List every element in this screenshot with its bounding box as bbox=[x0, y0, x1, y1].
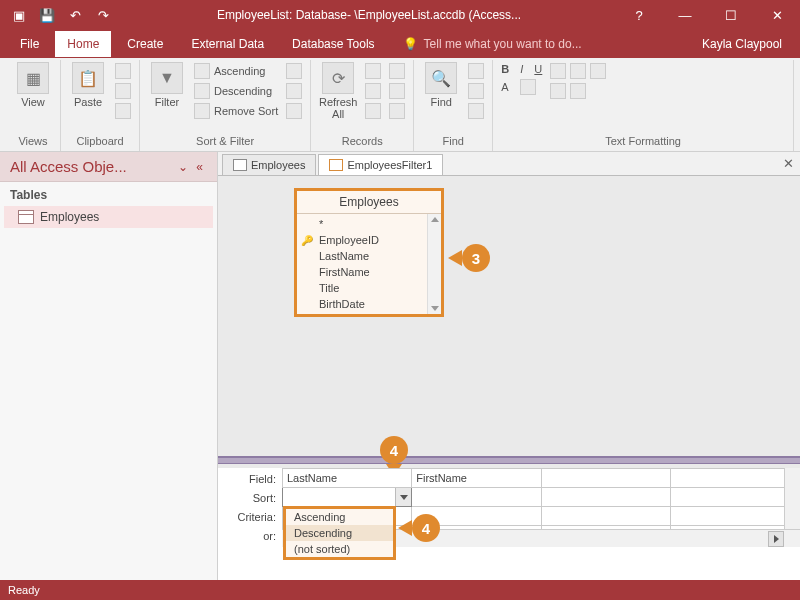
cell-sort-1[interactable] bbox=[283, 488, 412, 507]
nav-header[interactable]: All Access Obje... ⌄ « bbox=[0, 152, 217, 182]
query-icon bbox=[329, 159, 343, 171]
sort-option-not-sorted[interactable]: (not sorted) bbox=[286, 541, 393, 557]
cell-field-4[interactable] bbox=[670, 469, 799, 488]
pane-splitter[interactable] bbox=[218, 456, 800, 464]
field-star[interactable]: * bbox=[297, 216, 441, 232]
save-record-button[interactable] bbox=[363, 82, 383, 100]
binoculars-icon: 🔍 bbox=[425, 62, 457, 94]
callout-4-side: 4 bbox=[398, 514, 440, 542]
field-list-body: * EmployeeID LastName FirstName Title Bi… bbox=[297, 214, 441, 314]
cell-criteria-4[interactable] bbox=[670, 507, 799, 526]
format-painter-button[interactable] bbox=[113, 102, 133, 120]
grid-vertical-scrollbar[interactable] bbox=[784, 468, 800, 529]
cut-button[interactable] bbox=[113, 62, 133, 80]
filter-button[interactable]: ▼Filter bbox=[146, 62, 188, 108]
field-list-scrollbar[interactable] bbox=[427, 214, 441, 314]
advanced-button[interactable] bbox=[284, 82, 304, 100]
more-button[interactable] bbox=[387, 102, 407, 120]
copy-button[interactable] bbox=[113, 82, 133, 100]
sort-dropdown[interactable]: Ascending Descending (not sorted) bbox=[283, 506, 396, 560]
tell-me[interactable]: 💡Tell me what you want to do... bbox=[391, 37, 698, 51]
undo-icon[interactable]: ↶ bbox=[64, 4, 86, 26]
refresh-all-button[interactable]: ⟳Refresh All bbox=[317, 62, 359, 120]
tab-external-data[interactable]: External Data bbox=[179, 31, 276, 57]
align-center-icon[interactable] bbox=[570, 63, 586, 79]
find-button[interactable]: 🔍Find bbox=[420, 62, 462, 108]
tab-file[interactable]: File bbox=[8, 31, 51, 57]
bold-icon[interactable]: B bbox=[501, 63, 509, 75]
status-text: Ready bbox=[8, 584, 40, 596]
ribbon-group-text-formatting: B I U A Text Formatting bbox=[493, 60, 794, 151]
field-list-employees[interactable]: Employees * EmployeeID LastName FirstNam… bbox=[294, 188, 444, 317]
field-birthdate[interactable]: BirthDate bbox=[297, 296, 441, 312]
clipboard-icon: 📋 bbox=[72, 62, 104, 94]
italic-icon[interactable]: I bbox=[520, 63, 523, 75]
datasheet-icon: ▦ bbox=[17, 62, 49, 94]
sort-option-descending[interactable]: Descending bbox=[286, 525, 393, 541]
field-firstname[interactable]: FirstName bbox=[297, 264, 441, 280]
table-icon bbox=[18, 210, 34, 224]
tab-employees[interactable]: Employees bbox=[222, 154, 316, 175]
cell-field-3[interactable] bbox=[541, 469, 670, 488]
align-right-icon[interactable] bbox=[590, 63, 606, 79]
scroll-right-icon[interactable] bbox=[768, 531, 784, 547]
cell-sort-2[interactable] bbox=[412, 488, 541, 507]
ribbon-group-views: ▦View Views bbox=[6, 60, 61, 151]
cell-sort-3[interactable] bbox=[541, 488, 670, 507]
cell-criteria-3[interactable] bbox=[541, 507, 670, 526]
field-lastname[interactable]: LastName bbox=[297, 248, 441, 264]
close-icon[interactable]: ✕ bbox=[754, 0, 800, 30]
tab-home[interactable]: Home bbox=[55, 31, 111, 57]
dropdown-arrow-icon[interactable] bbox=[395, 488, 411, 506]
alt-row-icon[interactable] bbox=[570, 83, 586, 99]
underline-icon[interactable]: U bbox=[534, 63, 542, 75]
ascending-button[interactable]: Ascending bbox=[192, 62, 280, 80]
query-design-canvas[interactable]: Employees * EmployeeID LastName FirstNam… bbox=[218, 176, 800, 580]
title-bar: ▣ 💾 ↶ ↷ EmployeeList: Database- \Employe… bbox=[0, 0, 800, 30]
minimize-icon[interactable]: ― bbox=[662, 0, 708, 30]
grid-row-labels: Field: Sort: Criteria: or: bbox=[218, 468, 282, 547]
paste-button[interactable]: 📋Paste bbox=[67, 62, 109, 108]
nav-item-employees[interactable]: Employees bbox=[4, 206, 213, 228]
field-employeeid[interactable]: EmployeeID bbox=[297, 232, 441, 248]
sigma-icon bbox=[389, 63, 405, 79]
align-left-icon[interactable] bbox=[550, 63, 566, 79]
close-tab-icon[interactable]: ✕ bbox=[783, 156, 794, 171]
new-record-button[interactable] bbox=[363, 62, 383, 80]
app-icon: ▣ bbox=[8, 4, 30, 26]
goto-icon bbox=[468, 83, 484, 99]
funnel-icon: ▼ bbox=[151, 62, 183, 94]
nav-section-tables[interactable]: Tables bbox=[0, 182, 217, 204]
user-name[interactable]: Kayla Claypool bbox=[702, 37, 792, 51]
fill-color-icon[interactable] bbox=[520, 79, 536, 95]
tab-database-tools[interactable]: Database Tools bbox=[280, 31, 387, 57]
spelling-button[interactable] bbox=[387, 82, 407, 100]
view-button[interactable]: ▦View bbox=[12, 62, 54, 108]
field-title[interactable]: Title bbox=[297, 280, 441, 296]
maximize-icon[interactable]: ☐ bbox=[708, 0, 754, 30]
collapse-icon[interactable]: « bbox=[192, 160, 207, 174]
goto-button[interactable] bbox=[466, 82, 486, 100]
cell-sort-4[interactable] bbox=[670, 488, 799, 507]
cell-field-1[interactable]: LastName bbox=[283, 469, 412, 488]
chevron-down-icon[interactable]: ⌄ bbox=[174, 160, 192, 174]
sort-option-ascending[interactable]: Ascending bbox=[286, 509, 393, 525]
remove-sort-button[interactable]: Remove Sort bbox=[192, 102, 280, 120]
selection-icon bbox=[286, 63, 302, 79]
help-icon[interactable]: ? bbox=[616, 0, 662, 30]
tab-create[interactable]: Create bbox=[115, 31, 175, 57]
tab-employees-filter[interactable]: EmployeesFilter1 bbox=[318, 154, 443, 175]
gridlines-icon[interactable] bbox=[550, 83, 566, 99]
redo-icon[interactable]: ↷ bbox=[92, 4, 114, 26]
field-list-title: Employees bbox=[297, 191, 441, 214]
replace-button[interactable] bbox=[466, 62, 486, 80]
delete-record-button[interactable] bbox=[363, 102, 383, 120]
selection-button[interactable] bbox=[284, 62, 304, 80]
cell-field-2[interactable]: FirstName bbox=[412, 469, 541, 488]
select-button[interactable] bbox=[466, 102, 486, 120]
save-icon[interactable]: 💾 bbox=[36, 4, 58, 26]
descending-button[interactable]: Descending bbox=[192, 82, 280, 100]
font-color-icon[interactable]: A bbox=[501, 81, 508, 93]
totals-button[interactable] bbox=[387, 62, 407, 80]
toggle-filter-button[interactable] bbox=[284, 102, 304, 120]
